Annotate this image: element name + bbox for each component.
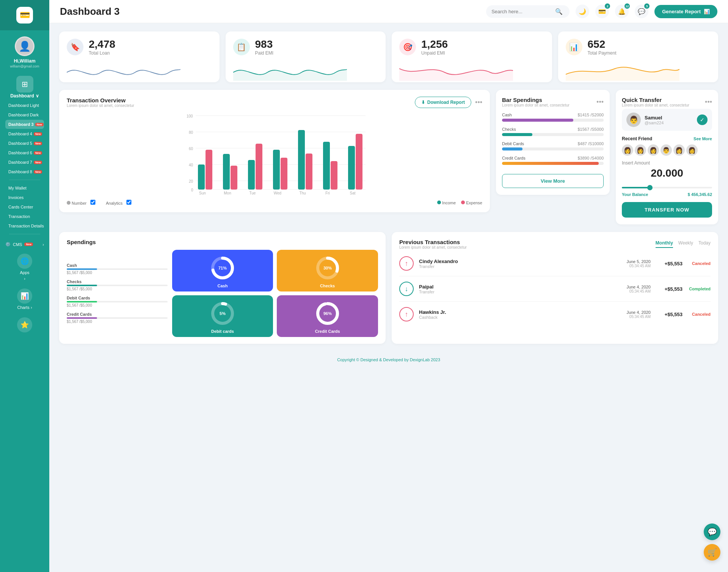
sidebar-item-cardscenter[interactable]: Cards Center	[5, 202, 44, 212]
footer: Copyright © Designed & Developed by Dexi…	[59, 351, 718, 366]
view-more-button[interactable]: View More	[502, 174, 604, 188]
amount-slider[interactable]	[622, 187, 712, 188]
sidebar-item-dashboard4[interactable]: Dashboard 4 New	[5, 129, 44, 138]
sidebar-item-transactiondetails[interactable]: Transaction Details	[5, 221, 44, 230]
svg-text:5%: 5%	[220, 311, 226, 316]
chat-badge: 5	[644, 3, 650, 9]
sidebar-item-charts[interactable]: 📊 Charts ›	[17, 285, 32, 313]
svg-text:Sun: Sun	[199, 191, 206, 195]
svg-text:40: 40	[189, 163, 193, 167]
paid-emi-wave	[233, 61, 347, 81]
sidebar-item-dashboard8[interactable]: Dashboard 8 New	[5, 167, 44, 176]
fab-cart[interactable]: 🛒	[704, 544, 720, 561]
tab-today[interactable]: Today	[698, 240, 711, 248]
tx-date-hawkins: June 4, 2020	[626, 310, 651, 315]
notifications-btn[interactable]: 🔔 12	[615, 5, 629, 18]
insert-amount-value: 20.000	[622, 167, 712, 179]
svg-text:30%: 30%	[323, 266, 332, 270]
tx-time-cindy: 05:34:45 AM	[626, 264, 651, 268]
more-options-button[interactable]: •••	[475, 99, 482, 107]
total-loan-label: Total Loan	[89, 50, 115, 56]
tab-weekly[interactable]: Weekly	[678, 240, 693, 248]
stat-cards-row: 🔖 2,478 Total Loan 📋 983 Paid EMI	[59, 31, 718, 82]
sidebar-divider2	[9, 234, 40, 234]
bar-spendings-title: Bar Spendings	[502, 97, 570, 103]
total-payment-label: Total Payment	[588, 50, 617, 56]
tx-type-paipal: Transfer	[419, 290, 435, 294]
friend-avatar-2[interactable]: 👩	[635, 144, 646, 156]
paid-emi-label: Paid EMI	[255, 50, 274, 56]
moon-icon: 🌙	[579, 8, 586, 15]
quick-transfer-more-button[interactable]: •••	[705, 98, 712, 106]
fab-chat[interactable]: 💬	[704, 523, 720, 540]
spending-row-credit: Credit Cards $3890 /S4000	[502, 156, 604, 165]
sidebar-item-dashboard5[interactable]: Dashboard 5 New	[5, 139, 44, 148]
sidebar-item-apps[interactable]: 🌐 Apps ›	[17, 251, 32, 284]
search-input[interactable]	[491, 9, 552, 14]
sidebar-item-cms[interactable]: ⚙️ CMS New ›	[0, 240, 49, 249]
footer-brand[interactable]: DexignLab	[410, 357, 430, 362]
spendings-legend-debit: Debit Cards $1,567 /$5,000	[67, 296, 168, 307]
charts-icon: 📊	[17, 288, 32, 304]
svg-rect-27	[298, 130, 305, 190]
svg-rect-31	[348, 146, 355, 190]
download-icon: ⬇	[421, 100, 425, 105]
analytics-toggle[interactable]	[124, 200, 134, 205]
spending-row-debit: Debit Cards $487 /S10000	[502, 141, 604, 150]
friend-avatar-3[interactable]: 👩	[648, 144, 659, 156]
sidebar-item-dashboard-dark[interactable]: Dashboard Dark	[5, 110, 44, 119]
dark-mode-btn[interactable]: 🌙	[576, 5, 589, 18]
transaction-overview-card: Transaction Overview Lorem ipsum dolor s…	[59, 90, 490, 212]
sidebar-item-favorites[interactable]: ⭐	[17, 314, 32, 335]
sidebar-dashboard-label[interactable]: Dashboard ∨	[10, 93, 39, 99]
donut-cash-svg: 71%	[209, 255, 236, 281]
donut-checks-label: Checks	[320, 284, 335, 288]
generate-report-button[interactable]: Generate Report 📊	[654, 5, 717, 18]
sidebar-nav: Dashboard Light Dashboard Dark Dashboard…	[0, 101, 49, 237]
balance-label: Your Balance	[622, 192, 648, 197]
sidebar-item-mywallet[interactable]: My Wallet	[5, 183, 44, 193]
transaction-overview-subtitle: Lorem ipsum dolor sit amet, consectetur	[67, 103, 134, 108]
unpaid-emi-number: 1,256	[421, 38, 448, 50]
sidebar-item-dashboard7[interactable]: Dashboard 7 New	[5, 158, 44, 167]
transfer-user-avatar: 👨	[626, 113, 641, 127]
bar-spendings-more-button[interactable]: •••	[596, 98, 604, 106]
donut-cash-label: Cash	[218, 284, 228, 288]
svg-rect-21	[223, 154, 230, 190]
quick-transfer-subtitle: Lorem ipsum dolor sit amet, consectetur	[622, 103, 689, 107]
sidebar-item-dashboard3[interactable]: Dashboard 3 New	[5, 120, 44, 129]
tx-amount-hawkins: +$5,553	[656, 312, 682, 317]
number-toggle[interactable]	[88, 200, 98, 205]
sidebar-item-dashboard6[interactable]: Dashboard 6 New	[5, 148, 44, 157]
svg-rect-30	[331, 161, 337, 190]
sidebar-item-invoices[interactable]: Invoices	[5, 193, 44, 202]
user-name: Hi,William	[14, 58, 35, 64]
bar-spendings-items: Cash $1415 /S2000 Checks $1567 /S5000	[502, 113, 604, 165]
search-bar[interactable]: 🔍	[486, 5, 570, 18]
transfer-user-row[interactable]: 👨 Samuel @sam224 ✓	[622, 109, 712, 131]
download-report-button[interactable]: ⬇ Download Report	[415, 97, 471, 108]
stat-card-paid-emi: 📋 983 Paid EMI	[226, 31, 386, 82]
transfer-now-button[interactable]: TRANSFER NOW	[622, 202, 712, 218]
donut-checks-svg: 30%	[314, 255, 341, 281]
see-more-link[interactable]: See More	[693, 136, 712, 141]
spending-row-cash: Cash $1415 /S2000	[502, 113, 604, 122]
friend-avatar-4[interactable]: 👨	[661, 144, 672, 156]
sidebar-item-transaction[interactable]: Transaction	[5, 212, 44, 221]
cards-btn[interactable]: 💳 2	[595, 5, 609, 18]
friend-avatar-6[interactable]: 👩	[686, 144, 698, 156]
tab-monthly[interactable]: Monthly	[656, 240, 673, 248]
sidebar-dashboard-icon[interactable]: ⊞	[16, 76, 33, 92]
legend-income: Income	[437, 201, 456, 205]
page-title: Dashboard 3	[60, 6, 480, 17]
bell-icon: 🔔	[618, 8, 626, 15]
tx-row-paipal: ↓ Paipal Transfer June 4, 2020 05:34:45 …	[399, 276, 711, 302]
friend-avatar-5[interactable]: 👩	[673, 144, 685, 156]
donut-credit: 96% Credit Cards	[277, 295, 378, 337]
sidebar-item-dashboard-light[interactable]: Dashboard Light	[5, 101, 44, 110]
spendings-legend-credit: Credit Cards $1,567 /$5,000	[67, 312, 168, 324]
tx-icon-paipal: ↓	[399, 282, 414, 296]
svg-text:Thu: Thu	[299, 191, 306, 195]
friend-avatar-1[interactable]: 👩	[622, 144, 633, 156]
chat-btn[interactable]: 💬 5	[635, 5, 648, 18]
